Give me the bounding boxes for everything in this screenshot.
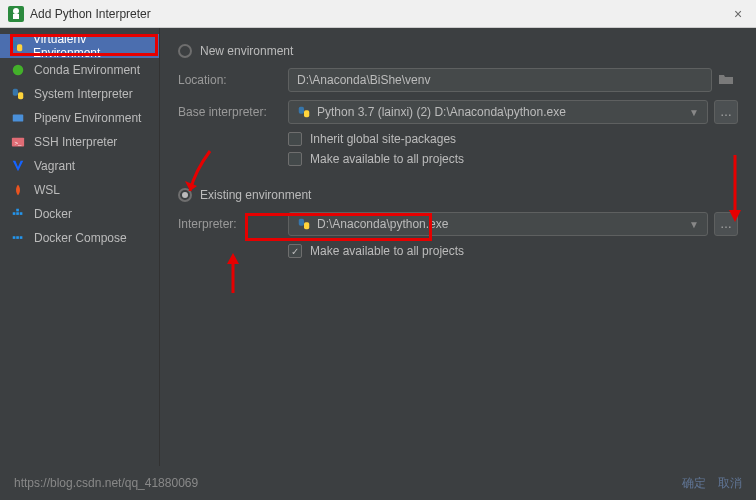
sidebar-item-label: WSL bbox=[34, 183, 60, 197]
radio-existing-environment[interactable]: Existing environment bbox=[178, 188, 738, 202]
location-input[interactable]: D:\Anaconda\BiShe\venv bbox=[288, 68, 712, 92]
make-available-label: Make available to all projects bbox=[310, 152, 464, 166]
sidebar-item-label: System Interpreter bbox=[34, 87, 133, 101]
docker-icon bbox=[10, 206, 26, 222]
ssh-icon: >_ bbox=[10, 134, 26, 150]
svg-rect-17 bbox=[20, 236, 23, 239]
footer: https://blog.csdn.net/qq_41880069 确定 取消 bbox=[0, 466, 756, 500]
sidebar-item-vagrant[interactable]: Vagrant bbox=[0, 154, 159, 178]
cancel-button[interactable]: 取消 bbox=[718, 475, 742, 492]
python-icon bbox=[297, 105, 311, 119]
sidebar-item-label: Conda Environment bbox=[34, 63, 140, 77]
svg-rect-21 bbox=[304, 222, 309, 229]
sidebar-item-label: SSH Interpreter bbox=[34, 135, 117, 149]
svg-point-1 bbox=[13, 8, 19, 14]
row-make-available-2[interactable]: Make available to all projects bbox=[288, 244, 738, 258]
radio-label: New environment bbox=[200, 44, 293, 58]
checkbox-make-available-1[interactable] bbox=[288, 152, 302, 166]
sidebar-item-label: Virtualenv Environment bbox=[33, 32, 149, 60]
svg-rect-13 bbox=[20, 212, 23, 215]
svg-text:>_: >_ bbox=[15, 139, 23, 146]
sidebar-item-virtualenv[interactable]: Virtualenv Environment bbox=[0, 34, 159, 58]
vagrant-icon bbox=[10, 158, 26, 174]
svg-rect-14 bbox=[16, 209, 19, 212]
base-interpreter-label: Base interpreter: bbox=[178, 105, 288, 119]
location-value: D:\Anaconda\BiShe\venv bbox=[297, 73, 430, 87]
python-icon bbox=[10, 38, 25, 54]
sidebar-item-label: Docker bbox=[34, 207, 72, 221]
row-make-available-1[interactable]: Make available to all projects bbox=[288, 152, 738, 166]
svg-rect-11 bbox=[13, 212, 16, 215]
sidebar-item-label: Vagrant bbox=[34, 159, 75, 173]
checkbox-inherit[interactable] bbox=[288, 132, 302, 146]
interpreter-label: Interpreter: bbox=[178, 217, 288, 231]
window-title: Add Python Interpreter bbox=[30, 7, 728, 21]
radio-new-environment[interactable]: New environment bbox=[178, 44, 738, 58]
svg-rect-4 bbox=[17, 44, 22, 51]
sidebar-item-docker-compose[interactable]: Docker Compose bbox=[0, 226, 159, 250]
row-interpreter: Interpreter: D:\Anaconda\python.exe ▼ … bbox=[178, 212, 738, 236]
browse-button-2[interactable]: … bbox=[714, 212, 738, 236]
app-icon bbox=[8, 6, 24, 22]
ok-button[interactable]: 确定 bbox=[682, 475, 706, 492]
close-icon[interactable]: × bbox=[728, 6, 748, 22]
location-label: Location: bbox=[178, 73, 288, 87]
sidebar-item-label: Pipenv Environment bbox=[34, 111, 141, 125]
sidebar-item-ssh[interactable]: >_ SSH Interpreter bbox=[0, 130, 159, 154]
svg-rect-8 bbox=[13, 115, 24, 122]
svg-rect-6 bbox=[13, 89, 18, 96]
base-interpreter-select[interactable]: Python 3.7 (lainxi) (2) D:\Anaconda\pyth… bbox=[288, 100, 708, 124]
base-interpreter-value: Python 3.7 (lainxi) (2) D:\Anaconda\pyth… bbox=[317, 105, 566, 119]
sidebar-item-system[interactable]: System Interpreter bbox=[0, 82, 159, 106]
radio-icon bbox=[178, 188, 192, 202]
python-icon bbox=[297, 217, 311, 231]
svg-rect-7 bbox=[18, 92, 23, 99]
main: Virtualenv Environment Conda Environment… bbox=[0, 28, 756, 466]
watermark-url: https://blog.csdn.net/qq_41880069 bbox=[14, 476, 670, 490]
checkbox-make-available-2[interactable] bbox=[288, 244, 302, 258]
svg-rect-2 bbox=[13, 14, 19, 19]
svg-rect-12 bbox=[16, 212, 19, 215]
docker-compose-icon bbox=[10, 230, 26, 246]
row-base-interpreter: Base interpreter: Python 3.7 (lainxi) (2… bbox=[178, 100, 738, 124]
sidebar-item-pipenv[interactable]: Pipenv Environment bbox=[0, 106, 159, 130]
sidebar-item-docker[interactable]: Docker bbox=[0, 202, 159, 226]
svg-rect-19 bbox=[304, 110, 309, 117]
sidebar-item-label: Docker Compose bbox=[34, 231, 127, 245]
browse-button[interactable]: … bbox=[714, 100, 738, 124]
folder-icon[interactable] bbox=[718, 71, 738, 90]
sidebar: Virtualenv Environment Conda Environment… bbox=[0, 28, 160, 466]
content: New environment Location: D:\Anaconda\Bi… bbox=[160, 28, 756, 466]
svg-point-5 bbox=[13, 65, 24, 76]
radio-icon bbox=[178, 44, 192, 58]
make-available-label-2: Make available to all projects bbox=[310, 244, 464, 258]
conda-icon bbox=[10, 62, 26, 78]
svg-rect-18 bbox=[299, 107, 304, 114]
pipenv-icon bbox=[10, 110, 26, 126]
inherit-label: Inherit global site-packages bbox=[310, 132, 456, 146]
wsl-icon bbox=[10, 182, 26, 198]
sidebar-item-conda[interactable]: Conda Environment bbox=[0, 58, 159, 82]
sidebar-item-wsl[interactable]: WSL bbox=[0, 178, 159, 202]
chevron-down-icon: ▼ bbox=[689, 107, 699, 118]
svg-rect-3 bbox=[12, 41, 17, 48]
python-icon bbox=[10, 86, 26, 102]
row-location: Location: D:\Anaconda\BiShe\venv bbox=[178, 68, 738, 92]
interpreter-select[interactable]: D:\Anaconda\python.exe ▼ bbox=[288, 212, 708, 236]
interpreter-value: D:\Anaconda\python.exe bbox=[317, 217, 448, 231]
radio-label: Existing environment bbox=[200, 188, 311, 202]
svg-rect-15 bbox=[13, 236, 16, 239]
chevron-down-icon: ▼ bbox=[689, 219, 699, 230]
svg-rect-16 bbox=[16, 236, 19, 239]
svg-rect-20 bbox=[299, 219, 304, 226]
titlebar: Add Python Interpreter × bbox=[0, 0, 756, 28]
row-inherit[interactable]: Inherit global site-packages bbox=[288, 132, 738, 146]
